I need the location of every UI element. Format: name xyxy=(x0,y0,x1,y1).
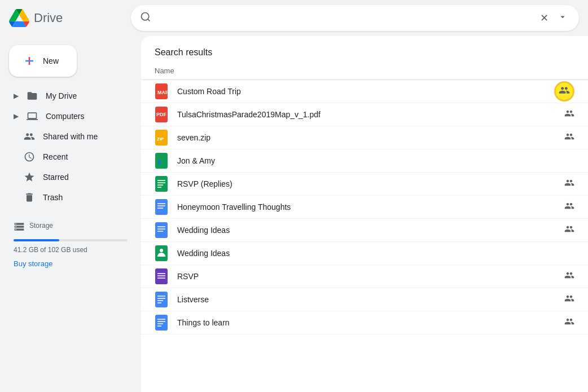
sidebar-item-label: Trash xyxy=(43,193,63,202)
svg-point-24 xyxy=(160,249,163,252)
shared-highlight-badge xyxy=(554,81,574,102)
file-type-icon xyxy=(155,223,168,237)
file-name: TulsaChristmasParade2019Map_v_1.pdf xyxy=(177,110,560,119)
storage-bar-fill xyxy=(14,239,59,241)
app-title: Drive xyxy=(34,11,63,25)
list-item[interactable]: 👤 Jon & Amy xyxy=(141,149,588,173)
sidebar-item-recent[interactable]: Recent xyxy=(0,147,132,167)
file-type-icon: ZIP xyxy=(155,131,168,144)
file-type-icon xyxy=(155,246,168,260)
content-title: Search results xyxy=(141,36,588,62)
shared-icon xyxy=(564,293,574,306)
storage-title: Storage xyxy=(29,222,53,230)
content-area: Search results Name MAP Custom Road Trip xyxy=(141,36,588,392)
storage-section: Storage 41.2 GB of 102 GB used Buy stora… xyxy=(0,212,141,278)
file-type-icon: PDF xyxy=(155,108,168,121)
svg-text:MAP: MAP xyxy=(157,90,168,95)
sidebar-item-label: Recent xyxy=(43,152,68,161)
list-item[interactable]: Wedding Ideas xyxy=(141,242,588,265)
sidebar-item-label: My Drive xyxy=(46,91,77,100)
sidebar-item-label: Starred xyxy=(43,173,69,182)
file-list: MAP Custom Road Trip PDF TulsaChr xyxy=(141,80,588,334)
search-options-button[interactable] xyxy=(555,10,570,27)
star-icon xyxy=(23,171,36,183)
drive-logo-icon xyxy=(9,8,29,28)
shared-icon xyxy=(564,131,574,144)
search-input[interactable] xyxy=(156,13,533,23)
sidebar-item-label: Shared with me xyxy=(43,132,98,141)
file-name: Honeymoon Travelling Thoughts xyxy=(177,202,560,212)
list-item[interactable]: Honeymoon Travelling Thoughts xyxy=(141,196,588,219)
chevron-right-icon: ▶ xyxy=(14,112,19,120)
file-type-icon xyxy=(155,293,168,306)
file-name: RSVP (Replies) xyxy=(177,179,560,188)
file-name: Things to learn xyxy=(177,318,560,327)
search-bar[interactable]: ✕ xyxy=(131,5,579,31)
sidebar-item-starred[interactable]: Starred xyxy=(0,167,132,187)
logo-area: Drive xyxy=(9,8,122,28)
trash-icon xyxy=(23,192,36,203)
storage-used-text: 41.2 GB of 102 GB used xyxy=(14,246,128,254)
svg-text:ZIP: ZIP xyxy=(157,136,164,142)
search-clear-button[interactable]: ✕ xyxy=(538,10,551,27)
sidebar-item-shared[interactable]: Shared with me xyxy=(0,126,132,147)
file-name: Jon & Amy xyxy=(177,156,574,165)
list-item[interactable]: PDF TulsaChristmasParade2019Map_v_1.pdf xyxy=(141,103,588,126)
storage-bar-background xyxy=(14,239,128,241)
file-type-icon xyxy=(155,270,168,283)
new-button-label: New xyxy=(43,56,59,65)
list-item[interactable]: ZIP seven.zip xyxy=(141,126,588,149)
file-type-icon xyxy=(155,200,168,214)
shared-icon xyxy=(564,108,574,121)
topbar: Drive ✕ xyxy=(0,0,588,36)
main-layout: New ▶ My Drive ▶ Computers xyxy=(0,36,588,392)
people-icon xyxy=(23,131,36,142)
sidebar-item-my-drive[interactable]: ▶ My Drive xyxy=(0,86,132,106)
file-name: Wedding Ideas xyxy=(177,226,560,235)
column-header: Name xyxy=(141,62,588,80)
sidebar-item-trash[interactable]: Trash xyxy=(0,187,132,208)
file-name: Custom Road Trip xyxy=(177,87,574,96)
list-item[interactable]: MAP Custom Road Trip xyxy=(141,80,588,103)
svg-rect-10 xyxy=(155,176,168,192)
search-icon xyxy=(140,11,151,25)
shared-icon xyxy=(564,201,574,213)
list-item[interactable]: Listverse xyxy=(141,288,588,311)
svg-line-1 xyxy=(148,19,150,21)
file-type-icon: 👤 xyxy=(155,154,168,168)
new-button[interactable]: New xyxy=(9,45,77,77)
clock-icon xyxy=(23,151,36,162)
list-item[interactable]: Wedding Ideas xyxy=(141,219,588,242)
shared-icon xyxy=(564,224,574,236)
file-name: seven.zip xyxy=(177,133,560,142)
file-type-icon xyxy=(155,177,168,191)
list-item[interactable]: RSVP xyxy=(141,265,588,288)
computer-icon xyxy=(25,111,39,122)
people-icon xyxy=(559,85,570,98)
list-item[interactable]: RSVP (Replies) xyxy=(141,173,588,196)
storage-icon xyxy=(14,221,25,235)
svg-rect-29 xyxy=(155,292,168,307)
svg-point-0 xyxy=(142,12,149,20)
svg-text:👤: 👤 xyxy=(157,160,162,165)
svg-rect-19 xyxy=(155,222,168,238)
svg-rect-34 xyxy=(155,315,168,331)
shared-icon xyxy=(564,178,574,190)
folder-icon xyxy=(25,90,39,102)
plus-icon xyxy=(23,54,36,68)
file-name: Wedding Ideas xyxy=(177,249,574,258)
buy-storage-link[interactable]: Buy storage xyxy=(14,259,52,268)
sidebar: New ▶ My Drive ▶ Computers xyxy=(0,36,141,392)
column-name-label: Name xyxy=(155,67,174,75)
shared-icon xyxy=(564,270,574,283)
file-name: Listverse xyxy=(177,295,560,304)
sidebar-item-computers[interactable]: ▶ Computers xyxy=(0,106,132,126)
sidebar-item-label: Computers xyxy=(46,112,84,121)
svg-rect-25 xyxy=(155,268,168,284)
list-item[interactable]: Things to learn xyxy=(141,311,588,334)
file-type-icon xyxy=(155,316,168,329)
chevron-right-icon: ▶ xyxy=(14,92,19,100)
svg-rect-15 xyxy=(155,199,168,215)
file-name: RSVP xyxy=(177,272,560,281)
shared-icon xyxy=(564,316,574,329)
